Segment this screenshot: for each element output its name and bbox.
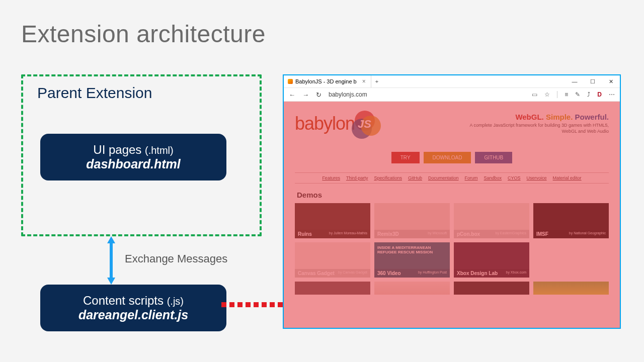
demo-card[interactable]: IMSFby National Geographic: [533, 203, 609, 238]
nav-link[interactable]: Forum: [465, 175, 478, 180]
more-icon[interactable]: ⋯: [609, 91, 615, 98]
tagline-sub: A complete JavaScript framework for buil…: [458, 123, 609, 134]
ui-pages-line1: UI pages (.html): [53, 143, 213, 157]
refresh-button[interactable]: ↻: [316, 91, 321, 99]
star-icon[interactable]: ☆: [544, 91, 550, 98]
nav-link[interactable]: CYOS: [508, 175, 521, 180]
babylon-logo: babylon JS: [295, 109, 380, 139]
back-button[interactable]: ←: [289, 91, 295, 99]
content-scripts-paren: (.js): [167, 296, 184, 307]
content-scripts-text: Content scripts: [83, 294, 167, 307]
browser-titlebar: BabylonJS - 3D engine b × + — ☐ ✕: [284, 75, 620, 87]
nav-link[interactable]: Specifications: [374, 175, 402, 180]
parent-extension-label: Parent Extension: [37, 84, 152, 102]
logo-text: babylon: [295, 113, 355, 134]
logo-js-badge-icon: JS: [352, 111, 380, 139]
tagline-w1: WebGL.: [515, 113, 543, 121]
demos-grid-partial: [295, 282, 609, 295]
tagline: WebGL. Simple. Powerful. A complete Java…: [458, 113, 609, 134]
forward-button[interactable]: →: [302, 91, 309, 99]
card-caption: Xbox Design Labby Xbox.com: [454, 269, 529, 278]
nav-link[interactable]: Features: [322, 175, 340, 180]
nav-link[interactable]: Documentation: [428, 175, 459, 180]
tagline-w3: Powerful.: [575, 113, 609, 121]
demo-card[interactable]: Canvas Gadgetby Canvas Gadget: [295, 242, 370, 278]
browser-window: BabylonJS - 3D engine b × + — ☐ ✕ ← → ↻ …: [283, 74, 621, 329]
browser-viewport: babylon JS WebGL. Simple. Powerful. A co…: [284, 102, 620, 328]
svg-marker-0: [107, 236, 115, 285]
try-button[interactable]: TRY: [391, 152, 420, 163]
favicon-icon: [288, 79, 293, 84]
share-icon[interactable]: ⤴: [587, 91, 590, 98]
tagline-w2: Simple.: [546, 113, 573, 121]
window-maximize-button[interactable]: ☐: [584, 75, 602, 87]
window-close-button[interactable]: ✕: [602, 75, 620, 87]
new-tab-button[interactable]: +: [371, 78, 382, 84]
card-caption: IMSFby National Geographic: [533, 230, 609, 238]
page-content: babylon JS WebGL. Simple. Powerful. A co…: [284, 102, 620, 328]
ui-pages-filename: dashboard.html: [53, 157, 213, 171]
demos-grid: Ruinsby Julien Moreau-MathisRemix3Dby Mi…: [295, 203, 609, 278]
browser-tab[interactable]: BabylonJS - 3D engine b ×: [284, 75, 371, 87]
extension-d-icon[interactable]: D: [597, 91, 602, 98]
demo-card[interactable]: Remix3Dby Microsoft: [374, 203, 450, 238]
browser-addressbar: ← → ↻ babylonjs.com ▭ ☆ ≡ ✎ ⤴ D ⋯: [284, 87, 620, 102]
card-caption: Remix3Dby Microsoft: [374, 230, 450, 238]
demo-card[interactable]: Ruinsby Julien Moreau-Mathis: [295, 203, 370, 238]
github-button[interactable]: GITHUB: [475, 152, 512, 163]
ui-pages-paren: (.html): [145, 145, 174, 156]
url-field[interactable]: babylonjs.com: [329, 91, 525, 98]
card-caption: pCon.boxby EasternGraphics: [454, 230, 529, 238]
red-dotted-connector: [221, 302, 286, 308]
demo-card[interactable]: pCon.boxby EasternGraphics: [454, 203, 529, 238]
demo-card[interactable]: Xbox Design Labby Xbox.com: [454, 242, 529, 278]
ui-pages-box: UI pages (.html) dashboard.html: [40, 134, 226, 180]
ui-pages-text: UI pages: [93, 143, 145, 156]
content-scripts-line1: Content scripts (.js): [53, 294, 213, 308]
nav-link[interactable]: Sandbox: [484, 175, 502, 180]
tab-title: BabylonJS - 3D engine b: [295, 78, 357, 84]
demo-card[interactable]: INSIDE A MEDITERRANEAN REFUGEE RESCUE MI…: [374, 242, 450, 278]
demos-heading: Demos: [297, 191, 609, 199]
exchange-arrow-icon: [107, 236, 115, 285]
window-minimize-button[interactable]: —: [566, 75, 584, 87]
content-scripts-box: Content scripts (.js) dareangel.client.j…: [40, 285, 226, 331]
nav-link[interactable]: GitHub: [408, 175, 422, 180]
nav-link[interactable]: Material editor: [553, 175, 582, 180]
tab-close-icon[interactable]: ×: [362, 78, 366, 85]
logo-js-text: JS: [358, 118, 371, 131]
reading-icon[interactable]: ▭: [532, 91, 537, 98]
menu-icon[interactable]: ≡: [565, 91, 568, 98]
card-caption: 360 Videoby Huffington Post: [374, 269, 450, 278]
content-scripts-filename: dareangel.client.js: [53, 308, 213, 322]
exchange-messages-label: Exchange Messages: [125, 252, 227, 265]
hero-buttons: TRY DOWNLOAD GITHUB: [295, 152, 609, 163]
card-caption: Canvas Gadgetby Canvas Gadget: [295, 269, 370, 278]
nav-link[interactable]: Third-party: [346, 175, 368, 180]
edit-icon[interactable]: ✎: [575, 91, 580, 98]
slide-title: Extension architecture: [21, 20, 266, 48]
nav-links: FeaturesThird-partySpecificationsGitHubD…: [295, 172, 609, 184]
card-caption: Ruinsby Julien Moreau-Mathis: [295, 230, 370, 238]
download-button[interactable]: DOWNLOAD: [424, 152, 471, 163]
nav-link[interactable]: Uservoice: [527, 175, 547, 180]
